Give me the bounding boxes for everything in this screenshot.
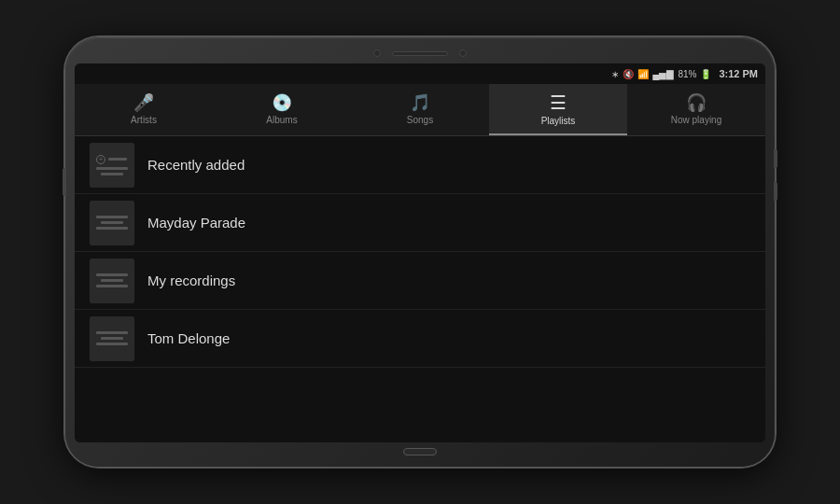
thumb-line — [96, 285, 128, 287]
status-time: 3:12 PM — [719, 68, 758, 79]
albums-icon: 💿 — [272, 92, 292, 113]
nav-tabs: 🎤 Artists 💿 Albums 🎵 Songs ☰ Playlists 🎧… — [75, 84, 765, 136]
playlist-thumb-2 — [90, 201, 134, 245]
playlist-thumb-3 — [90, 259, 134, 303]
tab-artists-label: Artists — [131, 115, 157, 125]
thumb-line — [96, 167, 128, 170]
tab-artists[interactable]: 🎤 Artists — [75, 84, 213, 135]
tab-songs[interactable]: 🎵 Songs — [351, 84, 489, 135]
playlist-name: My recordings — [147, 273, 235, 288]
add-circle-icon — [96, 155, 105, 164]
status-bar: ∗ 🔇 📶 ▄▅▇ 81% 🔋 3:12 PM — [75, 63, 765, 84]
artists-icon: 🎤 — [133, 92, 154, 113]
phone-top-bar — [75, 47, 765, 60]
list-item[interactable]: Mayday Parade — [75, 194, 765, 252]
tab-now-playing-label: Now playing — [671, 115, 721, 125]
signal-icon: ▄▅▇ — [652, 69, 674, 79]
thumb-line-short — [101, 173, 123, 175]
list-item[interactable]: Recently added — [75, 136, 765, 194]
playlist-thumb-1 — [90, 143, 134, 188]
thumb-line — [96, 216, 128, 218]
phone-bottom-bar — [75, 446, 765, 457]
now-playing-icon: 🎧 — [686, 92, 707, 113]
playlist-name: Tom Delonge — [147, 330, 230, 346]
list-item[interactable]: Tom Delonge — [75, 310, 765, 368]
songs-icon: 🎵 — [410, 92, 430, 113]
thumb-line-short — [101, 221, 123, 224]
playlist-thumb-4 — [90, 316, 134, 361]
playlist-name: Recently added — [147, 157, 245, 173]
list-item[interactable]: My recordings — [75, 252, 765, 310]
status-icons: ∗ 🔇 📶 ▄▅▇ 81% 🔋 3:12 PM — [611, 68, 758, 79]
thumb-line-short — [101, 279, 123, 282]
mute-icon: 🔇 — [623, 69, 634, 79]
speaker-bar — [392, 51, 448, 56]
camera-dot — [373, 49, 381, 57]
phone-device: ∗ 🔇 📶 ▄▅▇ 81% 🔋 3:12 PM 🎤 Artists 💿 Albu… — [65, 37, 775, 467]
bluetooth-icon: ∗ — [611, 69, 619, 79]
power-button[interactable] — [774, 149, 777, 168]
battery-icon: 🔋 — [700, 69, 711, 79]
tab-now-playing[interactable]: 🎧 Now playing — [627, 84, 765, 135]
playlist-name: Mayday Parade — [147, 215, 245, 231]
playlist-list: Recently added Mayday Parade My recordin… — [75, 136, 765, 442]
thumb-line — [96, 343, 128, 345]
thumb-line — [96, 331, 128, 334]
thumb-line — [96, 273, 128, 276]
volume-button[interactable] — [63, 168, 66, 196]
home-button[interactable] — [403, 448, 437, 455]
sensor-dot — [459, 49, 467, 57]
tab-albums-label: Albums — [266, 115, 297, 125]
wifi-icon: 📶 — [637, 69, 649, 79]
battery-percent: 81% — [678, 69, 696, 79]
tab-playlists-label: Playlists — [541, 116, 576, 126]
tab-albums[interactable]: 💿 Albums — [213, 84, 351, 135]
tab-playlists[interactable]: ☰ Playlists — [489, 84, 627, 135]
thumb-line — [96, 227, 128, 230]
screen: ∗ 🔇 📶 ▄▅▇ 81% 🔋 3:12 PM 🎤 Artists 💿 Albu… — [75, 63, 765, 442]
tab-songs-label: Songs — [407, 115, 433, 125]
playlists-icon: ☰ — [550, 91, 567, 114]
volume-down-button[interactable] — [774, 182, 777, 201]
thumb-line-short — [101, 337, 123, 340]
